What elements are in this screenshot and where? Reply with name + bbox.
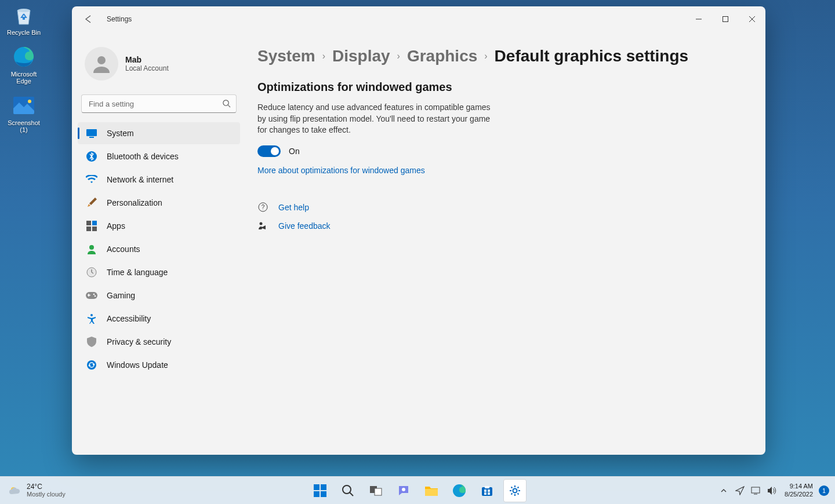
nav-label: Accessibility [107,314,151,323]
apps-icon [86,220,97,232]
breadcrumb-display[interactable]: Display [332,47,390,65]
nav-item-accounts[interactable]: Accounts [78,238,240,260]
help-links: ? Get help Give feedback [257,202,742,231]
svg-point-14 [89,245,94,250]
svg-point-18 [95,295,96,297]
chat-button[interactable] [392,479,415,502]
accessibility-icon [86,313,97,324]
nav-item-time-language[interactable]: Time & language [78,261,240,283]
notification-badge[interactable]: 1 [819,485,829,496]
svg-rect-27 [314,491,320,497]
nav-item-windows-update[interactable]: Windows Update [78,354,240,376]
date: 8/25/2022 [785,491,813,498]
taskbar-center [308,479,527,502]
window-title: Settings [107,15,132,23]
chevron-right-icon: › [322,51,325,61]
system-icon [86,127,97,139]
gamepad-icon [86,290,97,301]
desktop-icon-screenshot[interactable]: Screenshot (1) [3,93,44,133]
update-icon [86,359,97,371]
minimize-button[interactable] [685,10,712,28]
nav-label: Bluetooth & devices [107,152,179,161]
svg-rect-34 [482,487,492,496]
edge-icon [11,44,37,70]
desktop-icon-edge[interactable]: Microsoft Edge [3,44,44,85]
settings-window: Settings Mab Local Account [72,6,765,455]
svg-rect-10 [86,221,91,225]
file-explorer-button[interactable] [420,479,443,502]
nav-item-network[interactable]: Network & internet [78,169,240,191]
recycle-bin-icon [11,2,37,28]
nav-label: Network & internet [107,175,173,184]
nav-item-gaming[interactable]: Gaming [78,284,240,306]
image-file-icon [11,93,37,118]
weather-icon [8,484,22,498]
svg-point-29 [343,485,351,494]
svg-rect-4 [723,17,728,22]
edge-button[interactable] [448,479,471,502]
svg-rect-37 [484,492,487,495]
breadcrumb: System › Display › Graphics › Default gr… [257,47,742,65]
svg-rect-36 [488,490,490,492]
taskbar-search[interactable] [336,479,360,502]
svg-point-5 [97,56,106,64]
svg-rect-11 [92,221,97,225]
settings-taskbar-button[interactable] [503,479,527,502]
nav-item-apps[interactable]: Apps [78,215,240,237]
breadcrumb-graphics[interactable]: Graphics [407,47,477,65]
svg-rect-8 [89,137,94,138]
svg-rect-7 [86,129,97,136]
desktop-icon-recycle-bin[interactable]: Recycle Bin [3,2,44,36]
store-button[interactable] [475,479,499,502]
location-icon[interactable] [734,484,746,497]
network-tray-icon[interactable] [750,484,763,497]
section-title: Optimizations for windowed games [257,81,742,94]
nav-label: Privacy & security [107,337,171,346]
section-description: Reduce latency and use advanced features… [257,102,501,136]
avatar-icon [85,47,118,81]
nav-item-personalization[interactable]: Personalization [78,192,240,214]
nav-item-privacy[interactable]: Privacy & security [78,331,240,353]
weather-cond: Mostly cloudy [27,491,66,498]
volume-tray-icon[interactable] [766,484,779,497]
paintbrush-icon [86,197,97,209]
chevron-right-icon: › [484,51,487,61]
nav-label: System [107,129,134,138]
tray-overflow[interactable] [717,484,730,497]
get-help-link[interactable]: Get help [278,203,309,212]
shield-icon [86,336,97,348]
clock[interactable]: 9:14 AM 8/25/2022 [782,483,815,498]
weather-temp: 24°C [27,483,66,491]
feedback-icon [257,221,268,231]
nav-item-bluetooth[interactable]: Bluetooth & devices [78,145,240,167]
svg-rect-13 [92,227,97,231]
user-profile[interactable]: Mab Local Account [78,43,240,84]
nav: System Bluetooth & devices Network & int… [78,122,240,376]
weather-widget[interactable]: 24°C Mostly cloudy [0,483,66,498]
toggle-switch[interactable] [257,145,281,157]
search-input[interactable] [81,94,237,113]
nav-label: Time & language [107,268,168,277]
nav-item-system[interactable]: System [78,122,240,144]
back-button[interactable] [80,11,96,27]
give-feedback-link[interactable]: Give feedback [278,221,331,231]
svg-point-32 [402,488,405,491]
person-icon [86,243,97,255]
nav-item-accessibility[interactable]: Accessibility [78,308,240,330]
clock-globe-icon [86,266,97,278]
svg-point-23 [259,222,262,225]
learn-more-link[interactable]: More about optimizations for windowed ga… [257,166,425,175]
svg-rect-31 [375,488,382,495]
svg-rect-38 [488,492,490,495]
user-account-type: Local Account [125,64,169,72]
taskbar: 24°C Mostly cloudy 9:14 AM 8/25/2022 1 [0,476,835,504]
nav-label: Apps [107,221,125,231]
svg-point-39 [513,488,517,492]
desktop-icons: Recycle Bin Microsoft Edge Screenshot (1… [3,2,44,133]
start-button[interactable] [308,479,332,502]
maximize-button[interactable] [712,10,739,28]
close-button[interactable] [739,10,765,28]
desktop-icon-label: Screenshot (1) [3,119,44,133]
breadcrumb-system[interactable]: System [257,47,315,65]
task-view-button[interactable] [364,479,387,502]
